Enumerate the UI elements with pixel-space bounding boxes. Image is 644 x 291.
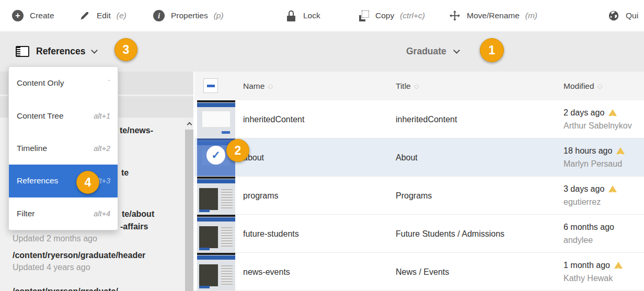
table-row-programs[interactable]: programsPrograms3 days agoegutierrez — [194, 177, 644, 215]
cell-name: news-events — [243, 253, 290, 291]
cell-title: About — [396, 138, 418, 177]
warning-triangle-icon — [616, 147, 625, 154]
toolbar-item-create[interactable]: +Create — [12, 0, 54, 31]
toolbar-item-label: Lock — [303, 11, 320, 20]
reference-path[interactable]: -affairs — [120, 222, 148, 232]
toolbar-item-label: Properties — [171, 11, 208, 20]
column-view-icon — [16, 46, 29, 57]
modified-date: 2 days ago — [564, 106, 604, 119]
scroll-up-arrow-icon[interactable] — [185, 118, 193, 130]
menu-item-shortcut: alt+1 — [94, 112, 110, 120]
cell-title: Future Students / Admissions — [396, 215, 504, 253]
modified-by: Marlyn Persaud — [564, 157, 625, 170]
sort-icon: ◇ — [268, 82, 273, 90]
toolbar-item-edit[interactable]: Edit(e) — [78, 0, 126, 31]
menu-item-label: Filter — [17, 209, 34, 218]
reference-path[interactable]: te — [121, 168, 129, 178]
menu-item-timeline[interactable]: Timelinealt+2 — [9, 132, 118, 165]
column-header-label: Title — [396, 82, 411, 91]
modified-date: 6 months ago — [564, 220, 614, 234]
menu-item-content-only[interactable]: Content Only` — [9, 67, 118, 99]
modified-by: egutierrez — [564, 195, 617, 208]
view-switcher-label: References — [36, 46, 85, 57]
table-row-future-students[interactable]: future-studentsFuture Students / Admissi… — [194, 215, 644, 253]
toolbar-item-shortcut: (e) — [117, 11, 126, 20]
menu-item-label: Content Tree — [17, 111, 64, 121]
toolbar-item-label: Copy — [375, 11, 394, 20]
menu-item-label: Content Only — [17, 78, 64, 88]
menu-item-shortcut: alt+4 — [94, 209, 110, 218]
reference-path[interactable]: te/about — [122, 209, 154, 219]
cell-title: News / Events — [396, 253, 449, 291]
sort-icon: ◇ — [414, 82, 419, 90]
action-toolbar: +CreateEdit(e)iProperties(p)LockCopy(ctr… — [0, 0, 644, 31]
annotation-badge-3: 3 — [114, 38, 137, 61]
toolbar-item-copy[interactable]: Copy(ctrl+c) — [357, 0, 425, 31]
toolbar-item-label: Create — [30, 11, 54, 20]
globe-icon — [607, 9, 620, 22]
menu-item-filter[interactable]: Filteralt+4 — [9, 197, 118, 230]
table-row-about[interactable]: ✓aboutAbout18 hours agoMarlyn Persaud — [194, 138, 644, 177]
page-thumbnail — [197, 177, 235, 214]
table-row-news-events[interactable]: news-eventsNews / Events1 month agoKathy… — [194, 253, 644, 291]
sort-icon: ◇ — [597, 82, 603, 90]
menu-item-shortcut: ` — [108, 79, 110, 87]
toolbar-item-move-rename[interactable]: Move/Rename(m) — [448, 0, 537, 31]
table-header: Name◇Title◇Modified◇ — [194, 72, 644, 100]
reference-path[interactable]: te/news- — [120, 125, 153, 136]
warning-triangle-icon — [608, 185, 617, 192]
cell-name: future-students — [243, 215, 299, 253]
reference-path[interactable]: /content/ryerson/graduate/ — [13, 286, 118, 291]
sidebar-scrollbar[interactable] — [185, 118, 193, 291]
cell-name: inheritedContent — [243, 100, 304, 138]
select-all-checkbox[interactable] — [203, 78, 218, 93]
annotation-badge-2: 2 — [226, 139, 249, 162]
column-header-name[interactable]: Name◇ — [243, 72, 273, 100]
column-header-modified[interactable]: Modified◇ — [564, 72, 603, 100]
menu-item-content-tree[interactable]: Content Treealt+1 — [9, 99, 118, 132]
cell-modified: 18 hours agoMarlyn Persaud — [564, 144, 625, 170]
chevron-down-icon — [91, 47, 98, 54]
view-switcher-dropdown[interactable]: References — [16, 31, 97, 72]
page-title: Graduate — [406, 46, 446, 57]
header-band: References Graduate — [0, 31, 644, 72]
copy-icon — [357, 9, 370, 22]
page-thumbnail — [197, 253, 235, 290]
edit-pencil-icon — [78, 9, 91, 22]
toolbar-item-shortcut: (ctrl+c) — [400, 11, 425, 20]
page-thumbnail — [197, 100, 235, 138]
check-circle-icon: ✓ — [206, 146, 225, 165]
cell-modified: 3 days agoegutierrez — [564, 182, 617, 208]
view-switcher-menu: Content Only`Content Treealt+1Timelineal… — [8, 66, 118, 230]
toolbar-item-label: Move/Rename — [467, 11, 520, 20]
chevron-down-icon — [453, 47, 460, 54]
menu-item-label: References — [17, 176, 58, 185]
reference-updated: Updated 2 months ago — [13, 234, 97, 244]
annotation-badge-4: 4 — [76, 171, 99, 194]
toolbar-item-shortcut: (p) — [214, 11, 224, 20]
toolbar-item-label: Qui — [626, 11, 638, 20]
toolbar-item-lock[interactable]: Lock — [285, 0, 320, 31]
menu-item-references[interactable]: Referencesalt+3 — [9, 165, 118, 197]
toolbar-item-shortcut: (m) — [525, 11, 537, 20]
content-table: Name◇Title◇Modified◇ inheritedContentinh… — [194, 72, 644, 291]
warning-triangle-icon — [608, 109, 617, 116]
modified-by: Arthur Sabelnykov — [564, 119, 632, 132]
menu-item-shortcut: alt+2 — [94, 144, 110, 153]
cell-modified: 1 month agoKathy Hewak — [564, 259, 623, 285]
modified-date: 18 hours ago — [564, 144, 612, 157]
modified-by: Kathy Hewak — [564, 272, 623, 285]
toolbar-item-quick-publish[interactable]: Qui — [607, 0, 638, 31]
reference-path[interactable]: /content/ryerson/graduate/header — [13, 250, 145, 261]
indeterminate-dash-icon — [207, 85, 215, 87]
table-row-inheritedcontent[interactable]: inheritedContentinheritedContent2 days a… — [194, 100, 644, 138]
column-header-title[interactable]: Title◇ — [396, 72, 419, 100]
cell-name: programs — [243, 177, 279, 215]
page-title-dropdown[interactable]: Graduate — [406, 31, 459, 72]
toolbar-item-properties[interactable]: iProperties(p) — [153, 0, 224, 31]
move-arrows-icon — [448, 9, 461, 22]
toolbar-item-label: Edit — [97, 11, 111, 20]
lock-icon — [285, 9, 297, 22]
modified-date: 3 days ago — [564, 182, 604, 195]
menu-item-label: Timeline — [17, 144, 47, 153]
